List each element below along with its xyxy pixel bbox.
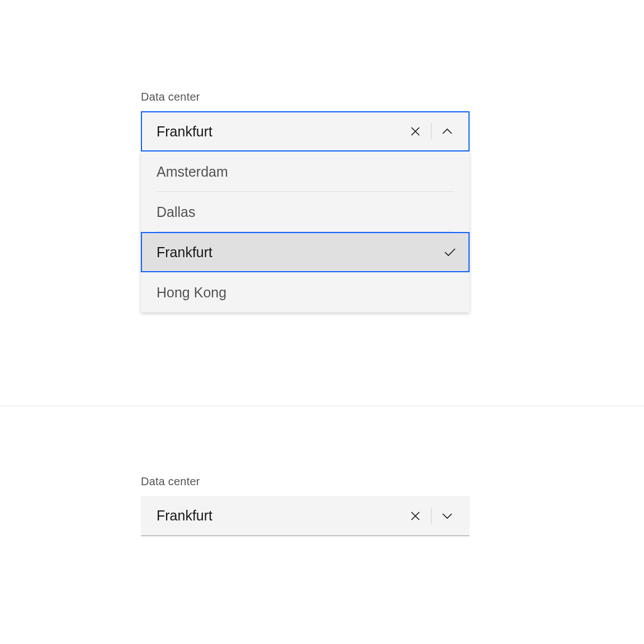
icon-divider bbox=[431, 123, 432, 140]
toggle-button[interactable] bbox=[436, 505, 458, 527]
close-icon bbox=[410, 511, 420, 521]
option-label: Dallas bbox=[157, 204, 195, 220]
option-frankfurt[interactable]: Frankfurt bbox=[141, 232, 470, 272]
option-amsterdam[interactable]: Amsterdam bbox=[141, 151, 470, 192]
combobox-selected-value: Frankfurt bbox=[157, 508, 404, 524]
clear-button[interactable] bbox=[404, 120, 427, 143]
combobox-selected-value: Frankfurt bbox=[157, 124, 404, 140]
close-icon bbox=[410, 126, 420, 136]
combobox-closed-example: Data center Frankfurt bbox=[141, 475, 470, 536]
option-dallas[interactable]: Dallas bbox=[141, 192, 470, 232]
section-divider bbox=[0, 406, 644, 406]
chevron-up-icon bbox=[442, 128, 453, 135]
combobox-open-example: Data center Frankfurt Amsterdam Dallas F… bbox=[141, 91, 470, 312]
combobox-label: Data center bbox=[141, 91, 470, 103]
option-label: Hong Kong bbox=[157, 285, 226, 301]
checkmark-icon bbox=[444, 248, 456, 257]
icon-divider bbox=[431, 508, 432, 524]
combobox-field[interactable]: Frankfurt bbox=[141, 496, 470, 536]
clear-button[interactable] bbox=[404, 505, 427, 527]
toggle-button[interactable] bbox=[436, 120, 458, 143]
combobox-listbox: Amsterdam Dallas Frankfurt Hong Kong bbox=[141, 151, 470, 312]
combobox-label: Data center bbox=[141, 475, 470, 488]
option-hong-kong[interactable]: Hong Kong bbox=[141, 272, 470, 312]
option-label: Frankfurt bbox=[157, 244, 212, 261]
option-label: Amsterdam bbox=[157, 164, 228, 180]
combobox-field[interactable]: Frankfurt bbox=[141, 111, 470, 151]
chevron-down-icon bbox=[442, 513, 453, 519]
